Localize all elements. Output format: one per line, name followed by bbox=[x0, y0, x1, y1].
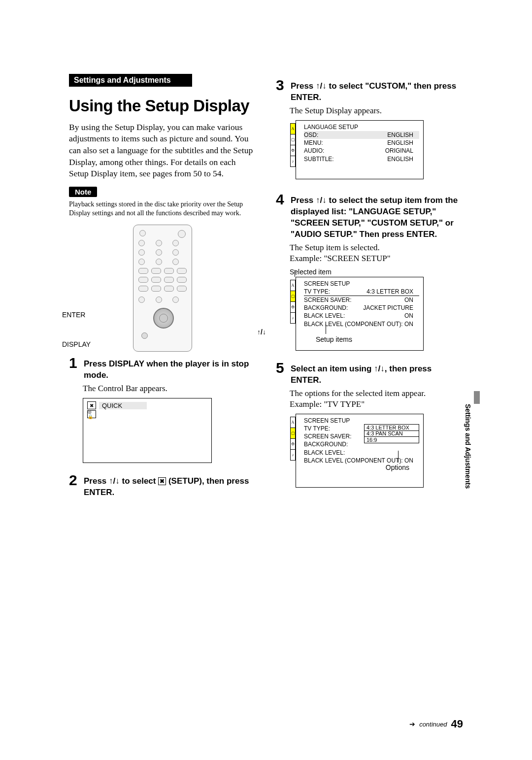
tab-audio-icon: ♪ bbox=[290, 156, 296, 167]
remote-illustration: ENTER DISPLAY ↑/↓ bbox=[69, 225, 256, 352]
step-5-heading: Select an item using ↑/↓, then press ENT… bbox=[291, 363, 463, 386]
page-title: Using the Setup Display bbox=[69, 98, 256, 115]
step-4: 4 Press ↑/↓ to select the setup item fro… bbox=[276, 192, 463, 240]
osd-tab-icons: A ▢ ⚙ ♪ bbox=[290, 280, 296, 324]
menu-title: LANGUAGE SETUP bbox=[300, 124, 419, 131]
quick-label: QUICK bbox=[99, 402, 147, 409]
setup-toolbox-icon: ✖ bbox=[158, 477, 166, 485]
step-2-heading: Press ↑/↓ to select ✖ (SETUP), then pres… bbox=[84, 476, 256, 498]
tab-screen-icon: ▢ bbox=[290, 134, 296, 145]
updown-icon: ↑/↓ bbox=[374, 364, 385, 373]
tab-language-icon: A bbox=[290, 124, 296, 134]
control-bar-diagram: ✖ QUICK ◎🔒 bbox=[83, 398, 212, 463]
label-display: DISPLAY bbox=[62, 340, 91, 348]
thumb-tab-bar bbox=[474, 391, 480, 404]
step-number: 1 bbox=[69, 356, 80, 370]
page-footer: ➔ continued 49 bbox=[409, 718, 463, 730]
step-3: 3 Press ↑/↓ to select "CUSTOM," then pre… bbox=[276, 78, 463, 103]
thumb-tab-label: Settings and Adjustments bbox=[464, 404, 472, 489]
setup-toolbox-icon: ✖ bbox=[87, 401, 96, 409]
manual-page: Settings and Adjustments Using the Setup… bbox=[0, 0, 532, 760]
osd-tab-icons: A ▢ ⚙ ♪ bbox=[290, 123, 296, 167]
arrow-right-icon: ➔ bbox=[409, 720, 415, 728]
section-heading: Settings and Adjustments bbox=[69, 74, 192, 87]
note-badge: Note bbox=[69, 187, 97, 197]
tab-screen-icon: ▢ bbox=[290, 291, 296, 302]
step-5-body: The options for the selected item appear… bbox=[290, 388, 463, 410]
step-4-heading: Press ↑/↓ to select the setup item from … bbox=[291, 195, 463, 240]
intro-paragraph: By using the Setup Display, you can make… bbox=[69, 122, 256, 180]
note-text: Playback settings stored in the disc tak… bbox=[69, 200, 256, 218]
step-number: 4 bbox=[276, 192, 287, 207]
step-3-heading: Press ↑/↓ to select "CUSTOM," then press… bbox=[291, 81, 463, 103]
options-label: Options bbox=[386, 463, 409, 471]
step-3-body: The Setup Display appears. bbox=[290, 105, 463, 116]
step-1-heading: Press DISPLAY when the player is in stop… bbox=[84, 359, 256, 381]
menu-title: SCREEN SETUP bbox=[300, 417, 419, 425]
updown-icon: ↑/↓ bbox=[316, 81, 327, 91]
step-5: 5 Select an item using ↑/↓, then press E… bbox=[276, 361, 463, 386]
continued-label: continued bbox=[419, 721, 447, 728]
tab-screen-icon: ▢ bbox=[290, 428, 296, 439]
selected-item-label: Selected item bbox=[290, 268, 463, 276]
label-enter: ENTER bbox=[62, 311, 85, 319]
left-column: Settings and Adjustments Using the Setup… bbox=[69, 74, 256, 498]
setup-items-label: Setup items bbox=[316, 335, 352, 343]
tv-type-options-dropdown: 4:3 LETTER BOX 4:3 PAN SCAN 16:9 bbox=[364, 424, 419, 443]
step-1: 1 Press DISPLAY when the player is in st… bbox=[69, 356, 256, 381]
screen-setup-menu: SCREEN SETUP TV TYPE:4:3 LETTER BOX SCRE… bbox=[296, 277, 424, 351]
step-4-body: The Setup item is selected. Example: "SC… bbox=[290, 242, 463, 264]
display-button-icon bbox=[141, 332, 148, 339]
step-2: 2 Press ↑/↓ to select ✖ (SETUP), then pr… bbox=[69, 473, 256, 498]
right-column: 3 Press ↑/↓ to select "CUSTOM," then pre… bbox=[276, 74, 463, 498]
updown-icon: ↑/↓ bbox=[109, 476, 120, 486]
step-number: 5 bbox=[276, 361, 287, 375]
label-updown-icon: ↑/↓ bbox=[257, 328, 266, 336]
enter-button-icon bbox=[153, 308, 174, 329]
tv-type-options-menu: SCREEN SETUP TV TYPE:4:3 LETTER BOX SCRE… bbox=[296, 414, 424, 488]
page-number: 49 bbox=[451, 718, 463, 730]
language-setup-menu: LANGUAGE SETUP OSD:ENGLISH MENU:ENGLISH … bbox=[296, 120, 424, 179]
menu-title: SCREEN SETUP bbox=[300, 280, 419, 288]
tab-custom-icon: ⚙ bbox=[290, 145, 296, 156]
updown-icon: ↑/↓ bbox=[316, 196, 327, 205]
step-1-body: The Control Bar appears. bbox=[83, 383, 256, 394]
step-number: 3 bbox=[276, 78, 287, 93]
disc-lock-icon: ◎🔒 bbox=[87, 410, 96, 418]
step-number: 2 bbox=[69, 473, 80, 488]
osd-tab-icons: A ▢ ⚙ ♪ bbox=[290, 417, 296, 461]
